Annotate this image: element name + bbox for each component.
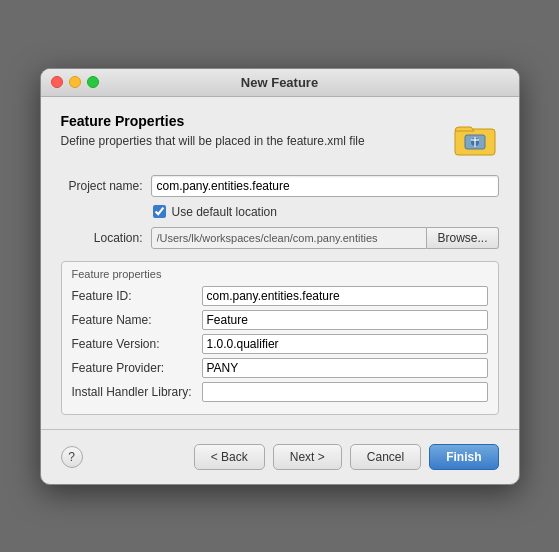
cancel-button[interactable]: Cancel <box>350 444 421 470</box>
back-button[interactable]: < Back <box>194 444 265 470</box>
install-handler-input[interactable] <box>202 382 488 402</box>
nav-buttons: < Back Next > Cancel Finish <box>194 444 499 470</box>
header-section: Feature Properties Define properties tha… <box>61 113 499 161</box>
next-button[interactable]: Next > <box>273 444 342 470</box>
location-label: Location: <box>61 231 151 245</box>
project-name-input[interactable] <box>151 175 499 197</box>
feature-name-input[interactable] <box>202 310 488 330</box>
titlebar: New Feature <box>41 69 519 97</box>
location-row: Location: Browse... <box>61 227 499 249</box>
finish-button[interactable]: Finish <box>429 444 498 470</box>
dialog-window: New Feature Feature Properties Define pr… <box>40 68 520 485</box>
feature-provider-input[interactable] <box>202 358 488 378</box>
feature-name-label: Feature Name: <box>72 313 202 327</box>
feature-version-input[interactable] <box>202 334 488 354</box>
maximize-button[interactable] <box>87 76 99 88</box>
location-input[interactable] <box>151 227 428 249</box>
browse-button[interactable]: Browse... <box>427 227 498 249</box>
feature-id-row: Feature ID: <box>72 286 488 306</box>
install-handler-label: Install Handler Library: <box>72 385 202 399</box>
header-text: Feature Properties Define properties tha… <box>61 113 365 150</box>
folder-icon <box>451 113 499 161</box>
close-button[interactable] <box>51 76 63 88</box>
section-title: Feature Properties <box>61 113 365 129</box>
feature-version-row: Feature Version: <box>72 334 488 354</box>
dialog-content: Feature Properties Define properties tha… <box>41 97 519 484</box>
project-name-row: Project name: <box>61 175 499 197</box>
feature-properties-group: Feature properties Feature ID: Feature N… <box>61 261 499 415</box>
feature-name-row: Feature Name: <box>72 310 488 330</box>
section-description: Define properties that will be placed in… <box>61 133 365 150</box>
window-title: New Feature <box>241 75 318 90</box>
project-name-label: Project name: <box>61 179 151 193</box>
use-default-location-row: Use default location <box>153 205 499 219</box>
minimize-button[interactable] <box>69 76 81 88</box>
use-default-location-checkbox[interactable] <box>153 205 166 218</box>
install-handler-row: Install Handler Library: <box>72 382 488 402</box>
feature-provider-row: Feature Provider: <box>72 358 488 378</box>
traffic-lights <box>51 76 99 88</box>
button-row: ? < Back Next > Cancel Finish <box>61 440 499 472</box>
feature-id-input[interactable] <box>202 286 488 306</box>
divider <box>41 429 519 430</box>
group-legend: Feature properties <box>72 268 488 280</box>
feature-id-label: Feature ID: <box>72 289 202 303</box>
help-button[interactable]: ? <box>61 446 83 468</box>
feature-provider-label: Feature Provider: <box>72 361 202 375</box>
use-default-location-label: Use default location <box>172 205 277 219</box>
feature-version-label: Feature Version: <box>72 337 202 351</box>
